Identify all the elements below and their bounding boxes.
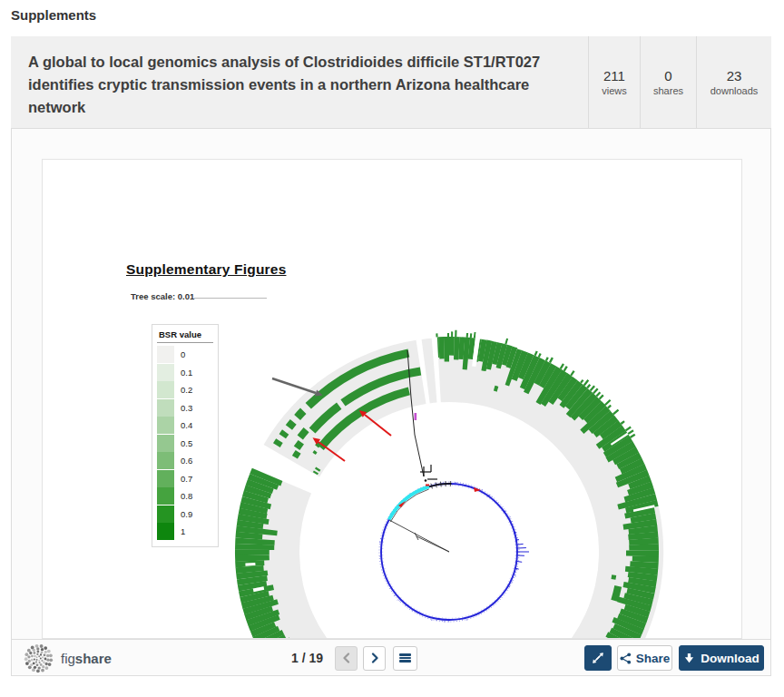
legend-value-label: 0.7 (174, 474, 192, 484)
legend-color-swatch (157, 487, 174, 505)
download-button[interactable]: Download (679, 645, 764, 671)
legend-color-swatch (157, 346, 174, 363)
legend-row: 0.2 (157, 381, 213, 399)
legend-value-label: 1 (174, 526, 185, 536)
views-stat: 211 views (588, 36, 640, 128)
legend-value-label: 0 (174, 349, 185, 359)
legend-row: 0.7 (157, 470, 213, 488)
legend-color-swatch (157, 399, 174, 417)
chevron-left-icon (342, 653, 351, 663)
legend-row: 0.4 (157, 417, 213, 435)
legend-title: BSR value (157, 329, 213, 343)
page-title: Supplements (11, 7, 96, 23)
figshare-brand[interactable]: figshare (24, 643, 112, 673)
legend-value-label: 0.3 (174, 403, 192, 413)
legend-color-swatch (157, 523, 174, 540)
pager: 1 / 19 (291, 645, 417, 671)
downloads-label: downloads (710, 85, 759, 96)
figshare-wordmark: figshare (61, 651, 112, 666)
share-button[interactable]: Share (617, 645, 672, 671)
shares-count: 0 (664, 68, 671, 83)
legend-color-swatch (157, 435, 174, 452)
legend-rows: 00.10.20.30.40.50.60.70.80.91 (157, 346, 213, 541)
download-button-label: Download (701, 652, 760, 665)
tree-scale-label: Tree scale: 0.01 (131, 291, 194, 301)
figshare-logo-icon (24, 643, 54, 673)
chevron-right-icon (370, 653, 379, 663)
shares-label: shares (653, 85, 683, 96)
legend-value-label: 0.5 (174, 438, 192, 448)
expand-arrows-icon (592, 652, 604, 664)
legend-color-swatch (157, 452, 174, 469)
legend-row: 0 (157, 346, 213, 364)
legend-color-swatch (157, 364, 174, 381)
downloads-count: 23 (727, 68, 742, 83)
download-icon (683, 653, 695, 664)
legend-color-swatch (157, 381, 174, 398)
legend-color-swatch (157, 417, 174, 434)
next-page-button[interactable] (363, 646, 386, 671)
legend-row: 0.9 (157, 506, 213, 524)
downloads-stat: 23 downloads (696, 36, 771, 128)
bsr-value-legend: BSR value 00.10.20.30.40.50.60.70.80.91 (152, 324, 219, 547)
article-title: A global to local genomics analysis of C… (11, 36, 588, 128)
legend-value-label: 0.1 (174, 368, 192, 378)
legend-row: 1 (157, 523, 213, 541)
views-count: 211 (603, 68, 625, 83)
share-button-label: Share (636, 652, 671, 665)
legend-row: 0.3 (157, 399, 213, 417)
document-viewer: Supplementary Figures Tree scale: 0.01 B… (12, 129, 770, 639)
document-page: Supplementary Figures Tree scale: 0.01 B… (42, 159, 742, 639)
figure-title: Supplementary Figures (126, 261, 286, 278)
legend-color-swatch (157, 470, 174, 487)
figshare-viewer-widget: Supplementary Figures Tree scale: 0.01 B… (11, 128, 771, 676)
tree-scale-bar (194, 298, 267, 299)
share-icon (620, 653, 632, 664)
fullscreen-button[interactable] (584, 645, 612, 671)
legend-value-label: 0.4 (174, 420, 192, 430)
legend-row: 0.1 (157, 364, 213, 382)
page-indicator: 1 / 19 (291, 651, 323, 665)
phylogenetic-tree-figure (43, 160, 742, 639)
toolbar-actions: Share Download (584, 645, 764, 671)
shares-stat: 0 shares (640, 36, 696, 128)
article-header: A global to local genomics analysis of C… (11, 36, 771, 128)
hamburger-menu-icon (399, 653, 411, 663)
previous-page-button[interactable] (335, 646, 358, 671)
legend-color-swatch (157, 506, 174, 523)
legend-row: 0.8 (157, 487, 213, 506)
legend-value-label: 0.8 (174, 491, 192, 501)
pages-menu-button[interactable] (393, 646, 417, 671)
legend-value-label: 0.9 (174, 509, 192, 519)
views-label: views (602, 85, 627, 96)
legend-row: 0.6 (157, 452, 213, 470)
legend-row: 0.5 (157, 435, 213, 453)
legend-value-label: 0.2 (174, 385, 192, 395)
legend-value-label: 0.6 (174, 456, 192, 466)
viewer-toolbar: figshare 1 / 19 (12, 639, 770, 675)
